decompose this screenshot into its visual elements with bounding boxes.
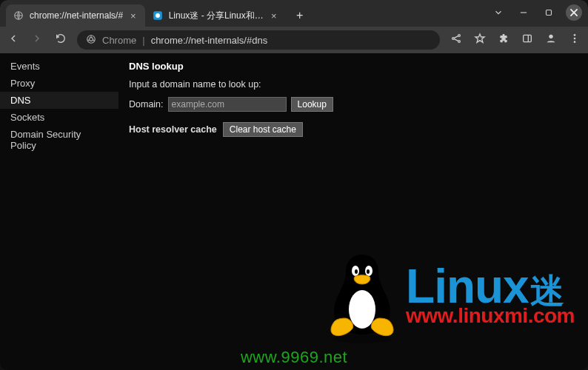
reload-button[interactable] [55,33,67,47]
domain-input[interactable] [168,97,287,112]
lookup-button[interactable]: Lookup [291,97,333,112]
svg-point-13 [574,41,576,43]
clear-cache-button[interactable]: Clear host cache [223,122,303,137]
profile-icon[interactable] [545,33,557,47]
footer-watermark: www.9969.net [0,348,588,367]
main-panel: DNS lookup Input a domain name to look u… [118,53,588,370]
svg-point-7 [458,35,461,37]
svg-point-10 [549,35,552,38]
menu-icon[interactable] [569,33,581,47]
window-close-button[interactable] [566,4,582,21]
share-icon[interactable] [450,33,462,47]
extensions-icon[interactable] [498,33,510,47]
svg-point-14 [333,334,392,343]
sidebar-item-dns[interactable]: DNS [0,92,118,109]
watermark-logo: Linux迷 www.linuxmi.com [321,249,575,345]
sidebar-item-sockets[interactable]: Sockets [0,109,118,126]
site-favicon [153,10,163,21]
svg-point-11 [574,34,576,36]
instruction-text: Input a domain name to look up: [129,79,578,90]
tab-strip: chrome://net-internals/# × Linux迷 - 分享Li… [0,0,588,27]
window-maximize-button[interactable] [541,4,557,21]
forward-button[interactable] [31,33,43,47]
svg-point-2 [156,13,160,18]
tab-net-internals[interactable]: chrome://net-internals/# × [6,4,145,27]
tab-title: chrome://net-internals/# [30,10,123,21]
tux-icon [321,249,403,345]
url-text: chrome://net-internals/#dns [151,35,268,46]
svg-point-6 [452,38,455,40]
scheme-label: Chrome [102,35,136,46]
svg-rect-9 [524,35,532,41]
bookmark-icon[interactable] [474,33,486,47]
svg-point-15 [349,290,375,329]
close-icon[interactable]: × [270,10,278,21]
side-panel-icon[interactable] [521,33,533,47]
globe-icon [13,10,24,21]
tab-title: Linux迷 - 分享Linux和编程 [169,10,264,22]
tab-linuxmi[interactable]: Linux迷 - 分享Linux和编程 × [145,4,286,27]
svg-point-18 [355,269,358,274]
new-tab-button[interactable]: + [290,6,310,25]
sidebar-item-domain-security[interactable]: Domain Security Policy [0,126,118,154]
toolbar: Chrome | chrome://net-internals/#dns [0,27,588,53]
svg-point-8 [458,41,461,43]
address-bar[interactable]: Chrome | chrome://net-internals/#dns [77,30,440,50]
section-title: DNS lookup [129,61,578,72]
window-minimize-button[interactable] [515,4,532,21]
sidebar-item-events[interactable]: Events [0,58,118,75]
back-button[interactable] [7,33,19,47]
svg-rect-3 [547,10,552,16]
close-icon[interactable]: × [129,10,138,21]
chevron-down-icon[interactable] [490,4,507,21]
domain-label: Domain: [129,99,164,110]
sidebar: Events Proxy DNS Sockets Domain Security… [0,53,118,370]
svg-point-5 [90,37,93,41]
svg-point-19 [367,269,370,274]
page-content: Events Proxy DNS Sockets Domain Security… [0,53,588,370]
svg-point-12 [574,38,576,40]
chrome-page-icon [86,34,96,47]
cache-label: Host resolver cache [129,124,217,135]
watermark-title: Linux迷 [406,266,575,309]
sidebar-item-proxy[interactable]: Proxy [0,75,118,92]
watermark-url: www.linuxmi.com [406,304,575,328]
